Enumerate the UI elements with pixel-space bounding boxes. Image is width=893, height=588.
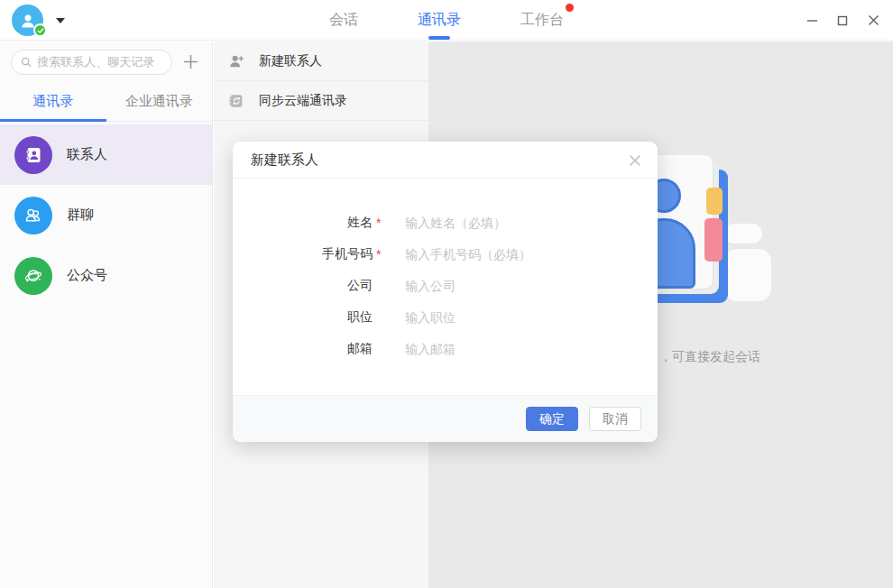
sidebar-item-label: 群聊	[67, 207, 94, 224]
sync-cloud-contacts-action[interactable]: 同步云端通讯录	[214, 81, 428, 121]
dialog-close-button[interactable]	[627, 152, 643, 169]
window-controls	[803, 0, 882, 41]
contacts-tabs: 通讯录 企业通讯录	[0, 82, 212, 122]
empty-state-hint: ，可直接发起会话	[659, 349, 760, 365]
sidebar-list: 联系人 群聊	[0, 124, 212, 306]
plus-icon	[183, 54, 198, 69]
close-icon	[868, 14, 879, 26]
illustration-tab-pink	[704, 218, 723, 262]
search-box[interactable]	[11, 50, 172, 75]
sidebar-item-label: 公众号	[67, 267, 107, 284]
title-bar: 会话 通讯录 工作台	[0, 0, 893, 41]
minimize-button[interactable]	[803, 12, 821, 30]
sidebar-item-contacts[interactable]: 联系人	[0, 124, 212, 185]
close-icon	[629, 154, 641, 167]
sidebar-item-official-accounts[interactable]: 公众号	[0, 245, 212, 306]
minimize-icon	[806, 14, 818, 26]
required-asterisk: *	[376, 247, 389, 262]
notification-dot	[566, 4, 574, 12]
add-button[interactable]	[180, 51, 201, 73]
illustration-shape	[724, 249, 771, 301]
field-label: 邮箱	[233, 341, 373, 357]
dialog-header: 新建联系人	[233, 142, 658, 179]
email-input[interactable]	[405, 342, 631, 356]
new-contact-dialog: 新建联系人 姓名 * 手机号码 * 公司 职位 邮箱	[233, 142, 658, 442]
sidebar-item-label: 联系人	[67, 146, 107, 163]
tab-enterprise-contacts[interactable]: 企业通讯录	[106, 82, 213, 121]
dialog-title: 新建联系人	[251, 152, 318, 169]
tab-personal-contacts[interactable]: 通讯录	[0, 82, 106, 121]
field-label: 职位	[233, 309, 373, 326]
close-button[interactable]	[864, 12, 882, 30]
form-row-title: 职位	[233, 301, 658, 333]
official-account-icon	[14, 257, 52, 295]
maximize-icon	[837, 15, 848, 26]
group-chat-icon	[14, 197, 52, 234]
main-nav-tabs: 会话 通讯录 工作台	[0, 0, 893, 41]
maximize-button[interactable]	[833, 12, 852, 30]
illustration-shape	[724, 224, 762, 243]
phone-input[interactable]	[405, 247, 631, 262]
add-contact-icon	[226, 51, 246, 71]
search-input[interactable]	[37, 55, 162, 69]
illustration-tab-yellow	[706, 188, 723, 215]
form-row-phone: 手机号码 *	[233, 238, 658, 270]
search-row	[0, 41, 212, 82]
name-input[interactable]	[405, 216, 631, 230]
tab-chats[interactable]: 会话	[327, 7, 360, 33]
form-row-company: 公司	[233, 270, 658, 301]
field-label: 姓名	[233, 215, 373, 231]
job-title-input[interactable]	[405, 310, 631, 325]
search-icon	[21, 56, 32, 69]
required-asterisk: *	[376, 216, 389, 230]
field-label: 手机号码	[233, 246, 373, 262]
tab-workbench-label: 工作台	[520, 12, 564, 27]
action-label: 同步云端通讯录	[259, 93, 347, 109]
sidebar-item-group-chats[interactable]: 群聊	[0, 185, 212, 245]
action-label: 新建联系人	[259, 53, 322, 69]
cancel-button[interactable]: 取消	[589, 407, 641, 431]
company-input[interactable]	[405, 279, 631, 293]
dialog-form: 姓名 * 手机号码 * 公司 职位 邮箱	[233, 179, 658, 364]
tab-workbench[interactable]: 工作台	[519, 7, 566, 33]
sync-cloud-icon	[226, 91, 246, 111]
dialog-footer: 确定 取消	[233, 395, 658, 442]
confirm-button[interactable]: 确定	[526, 407, 578, 431]
field-label: 公司	[233, 278, 373, 294]
sidebar: 通讯录 企业通讯录 联系人	[0, 41, 213, 588]
form-row-email: 邮箱	[233, 333, 658, 364]
tab-contacts[interactable]: 通讯录	[416, 7, 463, 33]
new-contact-action[interactable]: 新建联系人	[214, 41, 428, 81]
form-row-name: 姓名 *	[233, 207, 658, 238]
contact-book-icon	[14, 136, 52, 174]
